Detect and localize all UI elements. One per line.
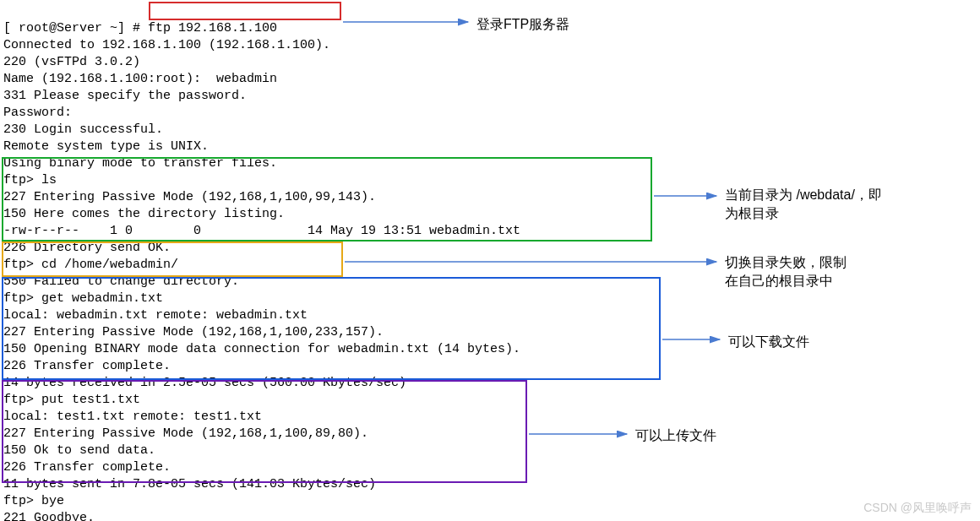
term-line: 227 Entering Passive Mode (192,168,1,100… — [3, 325, 384, 339]
term-line: 550 Failed to change directory. — [3, 274, 239, 289]
term-line: 331 Please specify the password. — [3, 89, 247, 103]
annotation-cd: 切换目录失败，限制在自己的根目录中 — [725, 253, 847, 290]
term-line: 221 Goodbye. — [3, 511, 95, 521]
annotation-ls: 当前目录为 /webdata/，即为根目录 — [725, 186, 882, 223]
terminal-output: [ root@Server ~] # ftp 192.168.1.100 Con… — [3, 3, 679, 521]
term-line: Remote system type is UNIX. — [3, 139, 209, 154]
term-line: 11 bytes sent in 7.8e-05 secs (141.03 Kb… — [3, 477, 376, 491]
term-line: 150 Here comes the directory listing. — [3, 207, 285, 221]
annotation-login: 登录FTP服务器 — [476, 15, 569, 34]
term-line: ftp> get webadmin.txt — [3, 291, 163, 306]
term-line: 227 Entering Passive Mode (192,168,1,100… — [3, 190, 376, 204]
term-line: 150 Opening BINARY mode data connection … — [3, 342, 520, 356]
term-line: 230 Login successful. — [3, 122, 163, 137]
term-line: Using binary mode to transfer files. — [3, 156, 277, 171]
term-line: ftp> cd /home/webadmin/ — [3, 258, 178, 272]
term-line: 226 Transfer complete. — [3, 460, 171, 475]
term-line: 227 Entering Passive Mode (192,168,1,100… — [3, 426, 368, 441]
term-line: Name (192.168.1.100:root): webadmin — [3, 72, 277, 86]
term-line: Connected to 192.168.1.100 (192.168.1.10… — [3, 38, 330, 52]
term-line: ftp> ls — [3, 173, 57, 187]
term-line: local: webadmin.txt remote: webadmin.txt — [3, 308, 308, 323]
term-line: 226 Directory send OK. — [3, 241, 171, 255]
term-line: 14 bytes received in 2.5e-05 secs (560.0… — [3, 376, 406, 390]
term-line: local: test1.txt remote: test1.txt — [3, 410, 262, 424]
term-line: 226 Transfer complete. — [3, 359, 171, 373]
term-line: 150 Ok to send data. — [3, 443, 155, 458]
term-line: -rw-r--r-- 1 0 0 14 May 19 13:51 webadmi… — [3, 224, 520, 238]
term-line: ftp> bye — [3, 494, 64, 508]
annotation-put: 可以上传文件 — [635, 426, 716, 445]
term-line: ftp> put test1.txt — [3, 393, 140, 407]
term-line: Password: — [3, 106, 72, 120]
watermark: CSDN @风里唤呼声 — [863, 501, 972, 516]
annotation-get: 可以下载文件 — [728, 333, 809, 351]
prompt-line-1: [ root@Server ~] # ftp 192.168.1.100 — [3, 21, 277, 35]
term-line: 220 (vsFTPd 3.0.2) — [3, 55, 140, 69]
